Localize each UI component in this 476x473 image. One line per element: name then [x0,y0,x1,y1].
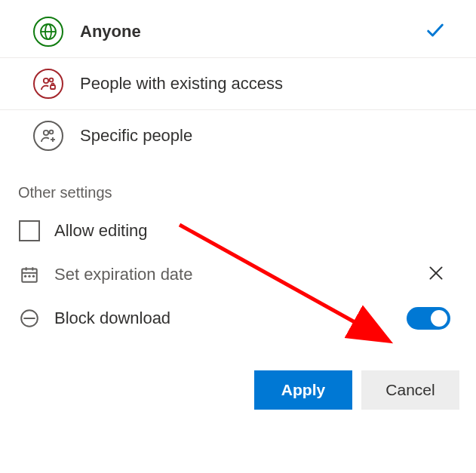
svg-point-7 [50,131,54,134]
setting-expiration[interactable]: Set expiration date [0,253,476,296]
setting-block-download: Block download [0,296,476,340]
people-lock-icon [33,69,63,99]
allow-editing-label: Allow editing [54,221,455,241]
globe-icon [33,17,63,47]
button-row: Apply Cancel [0,340,476,425]
checkbox-icon[interactable] [18,220,41,242]
setting-allow-editing[interactable]: Allow editing [0,209,476,253]
block-download-toggle[interactable] [407,307,450,330]
block-icon [18,307,41,330]
audience-label: Specific people [80,126,192,146]
expiration-label: Set expiration date [54,265,455,284]
audience-item-specific[interactable]: Specific people [0,110,476,161]
audience-label: People with existing access [80,74,283,94]
settings-heading: Other settings [0,161,476,209]
svg-point-6 [44,131,48,135]
audience-label: Anyone [80,22,141,41]
audience-list: Anyone People with existing access [0,0,476,161]
svg-point-4 [50,78,54,82]
svg-point-3 [44,78,48,83]
audience-item-existing[interactable]: People with existing access [0,58,476,110]
people-plus-icon [33,121,63,151]
toggle-knob [431,310,447,327]
block-download-label: Block download [54,309,455,328]
svg-rect-5 [51,85,55,89]
close-icon[interactable] [426,263,446,286]
calendar-icon [18,263,41,286]
apply-button[interactable]: Apply [254,370,352,410]
audience-item-anyone[interactable]: Anyone [0,6,476,58]
check-icon [425,20,446,44]
cancel-button[interactable]: Cancel [361,370,459,410]
